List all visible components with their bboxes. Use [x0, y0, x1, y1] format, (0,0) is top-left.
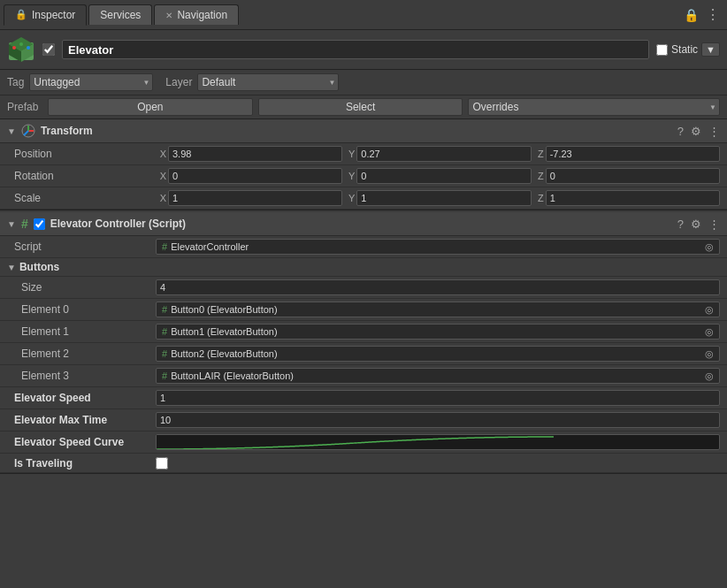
elevator-speed-label: Elevator Speed [14, 392, 156, 404]
scale-z-input[interactable] [546, 190, 720, 206]
element-name-2: Button2 (ElevatorButton) [171, 348, 277, 359]
position-z-field: Z [533, 146, 720, 162]
static-checkbox[interactable] [656, 44, 668, 56]
element-label-1: Element 1 [21, 325, 156, 338]
tab-services[interactable]: Services [88, 4, 152, 25]
prefab-overrides-button[interactable]: Overrides [468, 98, 720, 116]
position-y-input[interactable] [356, 146, 531, 162]
elevator-max-time-label: Elevator Max Time [14, 414, 156, 426]
elevator-controller-header[interactable]: ▼ # Elevator Controller (Script) ? ⚙ ⋮ [0, 212, 727, 236]
position-y-field: Y [344, 146, 531, 162]
prefab-open-button[interactable]: Open [48, 98, 253, 116]
tag-select-wrapper: Untagged [29, 73, 153, 91]
tab-group: 🔒 Inspector Services ✕ Navigation [4, 4, 239, 26]
position-row: Position X Y Z [0, 143, 727, 165]
pos-y-label: Y [344, 149, 355, 159]
rotation-z-input[interactable] [546, 168, 720, 184]
element-target-icon-0[interactable]: ◎ [705, 304, 714, 316]
element-ref-field-1: #Button1 (ElevatorButton)◎ [156, 324, 720, 340]
element-row-3: Element 3#ButtonLAIR (ElevatorButton)◎ [0, 365, 727, 387]
tab-bar: 🔒 Inspector Services ✕ Navigation 🔒 ⋮ [0, 0, 727, 30]
element-row-1: Element 1#Button1 (ElevatorButton)◎ [0, 321, 727, 343]
position-xyz-group: X Y Z [156, 146, 720, 162]
element-target-icon-3[interactable]: ◎ [705, 370, 714, 382]
transform-section: ▼ Transform ? ⚙ ⋮ Position X Y [0, 119, 727, 210]
pos-z-label: Z [533, 149, 544, 159]
elevator-controller-enabled-checkbox[interactable] [34, 218, 45, 230]
elevator-controller-section: ▼ # Elevator Controller (Script) ? ⚙ ⋮ S… [0, 212, 727, 474]
size-input[interactable] [156, 279, 720, 295]
elevator-speed-curve-row: Elevator Speed Curve [0, 431, 727, 454]
rot-z-label: Z [533, 171, 544, 181]
script-row: Script # ElevatorController ◎ [0, 236, 727, 258]
is-traveling-row: Is Traveling [0, 454, 727, 473]
elevator-max-time-input[interactable] [156, 412, 720, 428]
element-ref-field-3: #ButtonLAIR (ElevatorButton)◎ [156, 368, 720, 384]
svg-line-10 [24, 131, 28, 135]
tab-inspector[interactable]: 🔒 Inspector [4, 4, 87, 26]
position-x-field: X [156, 146, 342, 162]
tab-inspector-label: Inspector [32, 9, 75, 21]
element-target-icon-1[interactable]: ◎ [705, 326, 714, 338]
elements-container: Element 0#Button0 (ElevatorButton)◎Eleme… [0, 299, 727, 387]
script-name: ElevatorController [171, 241, 249, 252]
elevator-controller-sliders-icon[interactable]: ⚙ [691, 218, 701, 231]
size-row: Size [0, 277, 727, 299]
transform-header-icons: ? ⚙ ⋮ [677, 125, 720, 138]
element-hash-3: # [162, 370, 167, 381]
tab-navigation[interactable]: ✕ Navigation [154, 4, 239, 25]
position-z-input[interactable] [546, 146, 720, 162]
scale-x-input[interactable] [168, 190, 342, 206]
rotation-label: Rotation [14, 170, 156, 182]
script-hash-icon: # [21, 217, 28, 231]
script-field: # ElevatorController ◎ [156, 239, 720, 255]
scale-x-field: X [156, 190, 342, 206]
static-dropdown-button[interactable]: ▼ [701, 42, 720, 57]
object-name-input[interactable] [62, 40, 649, 59]
rotation-x-input[interactable] [168, 168, 342, 184]
close-icon: ✕ [165, 11, 172, 20]
rotation-y-field: Y [344, 168, 531, 184]
element-hash-2: # [162, 348, 167, 359]
script-target-icon[interactable]: ◎ [705, 241, 714, 253]
object-enabled-checkbox[interactable] [42, 43, 55, 56]
tag-select[interactable]: Untagged [29, 73, 153, 91]
element-hash-1: # [162, 326, 167, 337]
element-hash-0: # [162, 304, 167, 315]
elevator-controller-help-icon[interactable]: ? [677, 218, 684, 231]
elevator-max-time-row: Elevator Max Time [0, 409, 727, 431]
script-label: Script [14, 241, 156, 253]
object-header: Static ▼ [0, 30, 727, 70]
transform-header[interactable]: ▼ Transform ? ⚙ ⋮ [0, 119, 727, 143]
layer-select-wrapper: Default [197, 73, 339, 91]
element-target-icon-2[interactable]: ◎ [705, 348, 714, 360]
prefab-label: Prefab [7, 101, 42, 113]
tab-services-label: Services [100, 9, 141, 21]
tab-menu-icon[interactable]: ⋮ [706, 6, 720, 23]
transform-sliders-icon[interactable]: ⚙ [691, 125, 701, 138]
elevator-controller-menu-icon[interactable]: ⋮ [708, 218, 720, 231]
tab-lock-icon[interactable]: 🔒 [684, 8, 699, 22]
tab-navigation-label: Navigation [177, 9, 227, 21]
scale-y-input[interactable] [356, 190, 531, 206]
elevator-speed-curve[interactable] [156, 434, 720, 450]
elevator-controller-title: Elevator Controller (Script) [50, 218, 672, 230]
pos-x-label: X [156, 149, 166, 159]
position-x-input[interactable] [168, 146, 342, 162]
scale-row: Scale X Y Z [0, 187, 727, 210]
svg-point-6 [27, 46, 30, 50]
layer-select[interactable]: Default [197, 73, 339, 91]
tag-layer-row: Tag Untagged Layer Default [0, 70, 727, 95]
element-name-1: Button1 (ElevatorButton) [171, 326, 277, 337]
elevator-speed-input[interactable] [156, 390, 720, 406]
transform-help-icon[interactable]: ? [677, 125, 684, 138]
buttons-foldout[interactable]: ▼ Buttons [0, 258, 727, 277]
transform-menu-icon[interactable]: ⋮ [708, 125, 720, 138]
is-traveling-checkbox[interactable] [156, 457, 168, 470]
rotation-y-input[interactable] [356, 168, 531, 184]
element-row-0: Element 0#Button0 (ElevatorButton)◎ [0, 299, 727, 321]
prefab-select-button[interactable]: Select [258, 98, 463, 116]
rot-x-label: X [156, 171, 166, 181]
buttons-foldout-arrow: ▼ [7, 263, 16, 272]
element-ref-field-0: #Button0 (ElevatorButton)◎ [156, 302, 720, 317]
